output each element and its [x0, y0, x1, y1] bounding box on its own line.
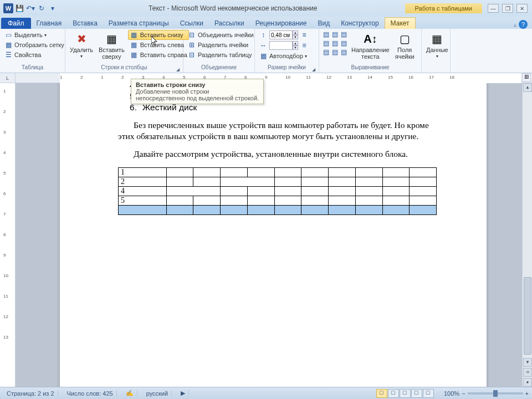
- distribute-rows-icon[interactable]: ≡: [300, 30, 309, 39]
- view-print-layout[interactable]: ▢: [376, 389, 387, 398]
- table-cell[interactable]: [166, 168, 193, 177]
- table-cell[interactable]: [166, 206, 193, 215]
- col-width-input[interactable]: [269, 41, 293, 50]
- table-cell[interactable]: [329, 168, 356, 177]
- tab-insert[interactable]: Вставка: [67, 18, 103, 29]
- rows-cols-launcher-icon[interactable]: ◢: [175, 67, 181, 73]
- tab-review[interactable]: Рецензирование: [250, 18, 313, 29]
- help-icon[interactable]: ?: [519, 20, 528, 29]
- table-cell[interactable]: [193, 196, 221, 206]
- table-cell[interactable]: 5: [119, 196, 167, 206]
- document-table[interactable]: 1245: [118, 167, 437, 215]
- table-cell[interactable]: [301, 177, 329, 187]
- table-cell[interactable]: [301, 196, 329, 206]
- table-cell[interactable]: [221, 177, 274, 187]
- table-cell[interactable]: [410, 168, 437, 177]
- page[interactable]: 4.Видеокарта5.Звуковая карта6.Жесткий ди…: [60, 83, 487, 387]
- gridlines-button[interactable]: ▦Отобразить сетку: [2, 40, 66, 50]
- ruler-toggle-icon[interactable]: ▥: [522, 73, 531, 82]
- table-cell[interactable]: [410, 196, 437, 206]
- properties-button[interactable]: ☰Свойства: [2, 50, 66, 60]
- table-cell[interactable]: [301, 187, 329, 196]
- table-cell[interactable]: [355, 196, 382, 206]
- table-cell[interactable]: [355, 177, 382, 187]
- table-cell[interactable]: 2: [119, 177, 167, 187]
- view-outline[interactable]: ▢: [411, 389, 422, 398]
- table-cell[interactable]: [382, 177, 410, 187]
- zoom-level[interactable]: 100%: [444, 390, 459, 397]
- table-cell[interactable]: [329, 187, 356, 196]
- status-language[interactable]: русский: [143, 390, 172, 397]
- maximize-button[interactable]: ❐: [502, 4, 513, 13]
- tab-home[interactable]: Главная: [31, 18, 68, 29]
- table-cell[interactable]: [274, 206, 301, 215]
- qat-customize-icon[interactable]: ▾: [48, 3, 58, 13]
- align-tl-icon[interactable]: ▤: [321, 30, 330, 39]
- vertical-ruler[interactable]: 12345678910111213: [0, 83, 16, 387]
- text-direction-button[interactable]: A↕Направление текста: [349, 30, 392, 61]
- table-cell[interactable]: 4: [119, 187, 167, 196]
- align-mc-icon[interactable]: ▤: [330, 39, 339, 48]
- vertical-scrollbar[interactable]: ▲ ▼ ≏ ●: [522, 83, 532, 387]
- table-cell[interactable]: [221, 196, 248, 206]
- tab-references[interactable]: Ссылки: [175, 18, 209, 29]
- table-cell[interactable]: [382, 196, 410, 206]
- table-cell[interactable]: [301, 168, 329, 177]
- minimize-button[interactable]: —: [488, 4, 499, 13]
- table-cell[interactable]: [274, 177, 301, 187]
- split-cells-button[interactable]: ⊞Разделить ячейки: [186, 40, 255, 50]
- table-cell[interactable]: [166, 187, 220, 196]
- align-bc-icon[interactable]: ▤: [330, 48, 339, 57]
- browse-object-button[interactable]: ●: [523, 378, 532, 387]
- table-cell[interactable]: [410, 206, 437, 215]
- table-cell[interactable]: [355, 206, 382, 215]
- zoom-in-button[interactable]: +: [525, 390, 529, 397]
- zoom-out-button[interactable]: −: [462, 390, 465, 397]
- table-cell[interactable]: [382, 168, 410, 177]
- table-cell[interactable]: [274, 196, 301, 206]
- align-tr-icon[interactable]: ▤: [339, 30, 348, 39]
- save-icon[interactable]: 💾: [14, 3, 24, 13]
- width-up[interactable]: ▲: [293, 41, 298, 45]
- horizontal-ruler[interactable]: 12123456789101112131415161718: [60, 73, 521, 83]
- select-button[interactable]: ▭Выделить▾: [2, 30, 66, 40]
- zoom-slider[interactable]: [468, 392, 523, 395]
- tab-design[interactable]: Конструктор: [335, 18, 384, 29]
- table-row[interactable]: [119, 206, 437, 215]
- table-cell[interactable]: [274, 168, 301, 177]
- width-down[interactable]: ▼: [293, 45, 298, 50]
- row-height-field[interactable]: ↕ ▲▼ ≡: [257, 30, 310, 40]
- table-row[interactable]: 4: [119, 187, 437, 196]
- insert-right-button[interactable]: ▦Вставить справа: [128, 50, 189, 60]
- insert-below-button[interactable]: ▦Вставить снизу: [128, 30, 189, 40]
- data-button[interactable]: ▦Данные▾: [424, 30, 451, 61]
- table-row[interactable]: 5: [119, 196, 437, 206]
- insert-left-button[interactable]: ▦Вставить слева: [128, 40, 189, 50]
- table-cell[interactable]: [166, 177, 193, 187]
- height-down[interactable]: ▼: [293, 35, 298, 39]
- split-table-button[interactable]: ⊟Разделить таблицу: [186, 50, 255, 60]
- table-row[interactable]: 2: [119, 177, 437, 187]
- size-launcher-icon[interactable]: ◢: [311, 67, 316, 73]
- table-cell[interactable]: [119, 206, 167, 215]
- height-up[interactable]: ▲: [293, 30, 298, 35]
- ribbon-minimize-icon[interactable]: ▵: [514, 22, 516, 28]
- status-proofing-icon[interactable]: ✍: [122, 390, 137, 397]
- prev-page-button[interactable]: ≏: [523, 368, 532, 377]
- view-draft[interactable]: ▢: [423, 389, 434, 398]
- tab-layout[interactable]: Макет: [385, 17, 416, 29]
- merge-cells-button[interactable]: ⊟Объединить ячейки: [186, 30, 255, 40]
- table-cell[interactable]: [193, 177, 221, 187]
- table-cell[interactable]: [221, 168, 248, 177]
- row-height-input[interactable]: [269, 30, 293, 39]
- table-cell[interactable]: [382, 206, 410, 215]
- table-cell[interactable]: [301, 206, 329, 215]
- table-cell[interactable]: [247, 196, 274, 206]
- table-cell[interactable]: [221, 187, 248, 196]
- table-cell[interactable]: [355, 187, 382, 196]
- tab-page-layout[interactable]: Разметка страницы: [103, 18, 175, 29]
- status-page[interactable]: Страница: 2 из 2: [3, 390, 58, 397]
- table-cell[interactable]: [355, 168, 382, 177]
- align-bl-icon[interactable]: ▤: [321, 48, 330, 57]
- view-full-screen[interactable]: ▢: [388, 389, 399, 398]
